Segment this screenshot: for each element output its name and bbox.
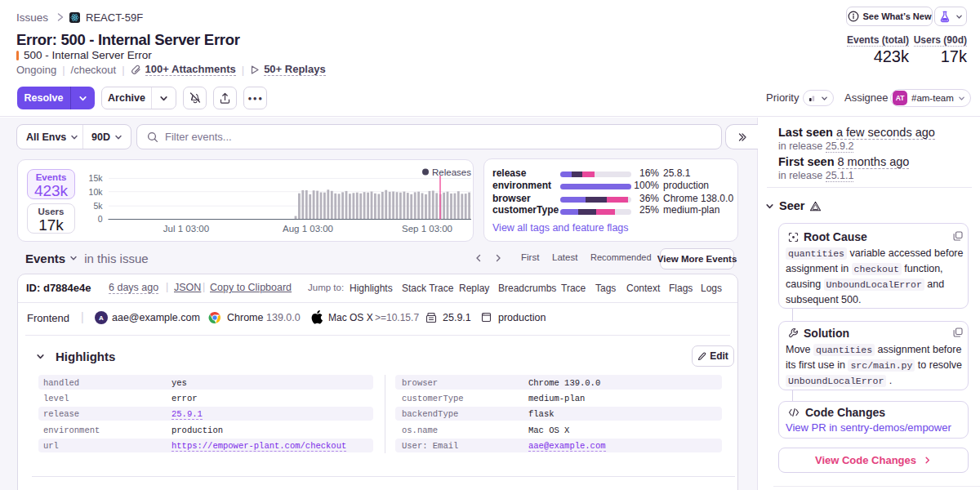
svg-text:10k: 10k — [89, 187, 104, 197]
svg-text:Jul 1 03:00: Jul 1 03:00 — [163, 224, 209, 234]
svg-text:0: 0 — [98, 214, 103, 224]
svg-text:Aug 1 03:00: Aug 1 03:00 — [283, 224, 333, 234]
svg-text:Sep 1 03:00: Sep 1 03:00 — [402, 224, 452, 234]
svg-text:15k: 15k — [89, 173, 104, 183]
svg-text:5k: 5k — [93, 201, 103, 211]
svg-text:Releases: Releases — [432, 167, 471, 177]
